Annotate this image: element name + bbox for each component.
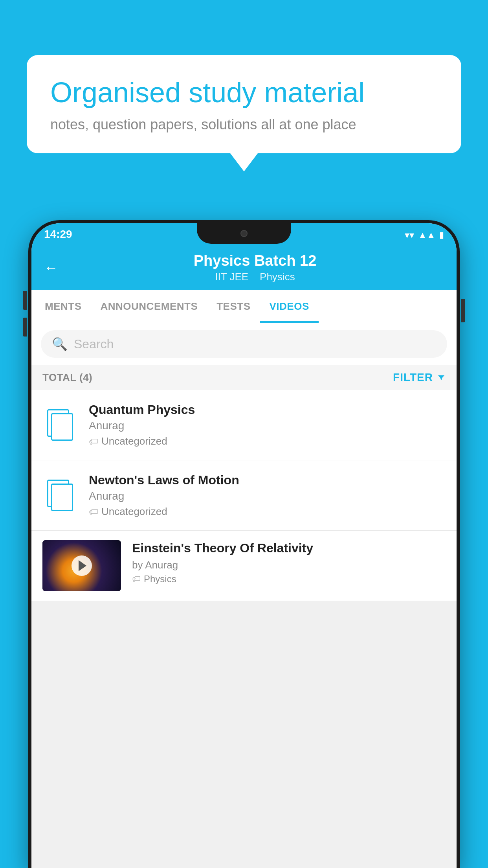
app-header: ← Physics Batch 12 IIT JEE Physics [31, 244, 457, 290]
item-tag: 🏷 Uncategorized [89, 435, 446, 447]
list-item[interactable]: Newton's Laws of Motion Anurag 🏷 Uncateg… [31, 460, 457, 531]
tag-text: Physics [144, 574, 176, 585]
search-icon: 🔍 [52, 337, 68, 351]
tag-icon: 🏷 [89, 436, 98, 447]
tabs-bar: MENTS ANNOUNCEMENTS TESTS VIDEOS [31, 290, 457, 323]
headline: Organised study material [50, 75, 438, 109]
power-button [461, 299, 465, 322]
doc-icon [47, 480, 73, 511]
tag-text: Uncategorized [101, 506, 167, 518]
back-button[interactable]: ← [44, 259, 58, 276]
tag-icon: 🏷 [89, 506, 98, 517]
speech-bubble: Organised study material notes, question… [27, 55, 461, 153]
speech-bubble-container: Organised study material notes, question… [27, 55, 461, 153]
list-item[interactable]: Quantum Physics Anurag 🏷 Uncategorized [31, 390, 457, 460]
item-icon-newton [42, 478, 78, 513]
item-info-quantum: Quantum Physics Anurag 🏷 Uncategorized [89, 403, 446, 447]
phone-frame: 14:29 ▾▾ ▲▲ ▮ ← Physics Batch 12 IIT JEE… [28, 220, 460, 868]
play-button[interactable] [72, 555, 92, 576]
wifi-icon: ▾▾ [405, 230, 414, 241]
volume-down-button [23, 318, 27, 337]
item-title: Newton's Laws of Motion [89, 473, 446, 487]
battery-icon: ▮ [439, 230, 444, 240]
batch-title: Physics Batch 12 [66, 252, 444, 269]
total-count: TOTAL (4) [42, 371, 92, 384]
filter-icon [437, 373, 446, 382]
item-icon-quantum [42, 407, 78, 443]
search-bar: 🔍 Search [31, 323, 457, 365]
phone-screen: 14:29 ▾▾ ▲▲ ▮ ← Physics Batch 12 IIT JEE… [31, 223, 457, 868]
tab-announcements[interactable]: ANNOUNCEMENTS [91, 290, 207, 323]
item-info-einstein: Einstein's Theory Of Relativity by Anura… [132, 540, 446, 585]
search-placeholder: Search [74, 337, 114, 351]
search-input-wrap[interactable]: 🔍 Search [41, 330, 447, 358]
filter-bar: TOTAL (4) FILTER [31, 365, 457, 390]
doc-page-front [51, 413, 73, 441]
front-camera [240, 230, 248, 237]
item-thumbnail [42, 540, 121, 591]
status-icons: ▾▾ ▲▲ ▮ [405, 230, 444, 241]
play-triangle-icon [79, 560, 86, 571]
content-list: Quantum Physics Anurag 🏷 Uncategorized [31, 390, 457, 601]
item-title: Einstein's Theory Of Relativity [132, 540, 446, 557]
filter-button[interactable]: FILTER [393, 371, 446, 384]
phone-notch [197, 223, 291, 244]
tag-icon: 🏷 [132, 574, 141, 584]
item-author: Anurag [89, 490, 446, 502]
tab-videos[interactable]: VIDEOS [260, 290, 319, 323]
thumb-background [42, 540, 121, 591]
subject-tag2: Physics [260, 271, 295, 283]
tab-tests[interactable]: TESTS [207, 290, 260, 323]
list-item-einstein[interactable]: Einstein's Theory Of Relativity by Anura… [31, 531, 457, 601]
item-tag: 🏷 Physics [132, 574, 446, 585]
volume-up-button [23, 291, 27, 310]
doc-page-front [51, 484, 73, 511]
tab-ments[interactable]: MENTS [35, 290, 91, 323]
item-info-newton: Newton's Laws of Motion Anurag 🏷 Uncateg… [89, 473, 446, 518]
subject-tag1: IIT JEE [215, 271, 248, 283]
batch-subtitle: IIT JEE Physics [66, 271, 444, 283]
item-tag: 🏷 Uncategorized [89, 506, 446, 518]
item-author: by Anurag [132, 559, 446, 571]
filter-label: FILTER [393, 371, 433, 384]
tag-text: Uncategorized [101, 435, 167, 447]
item-title: Quantum Physics [89, 403, 446, 417]
doc-icon [47, 409, 73, 441]
signal-icon: ▲▲ [418, 230, 435, 240]
item-author: Anurag [89, 419, 446, 432]
header-title-area: Physics Batch 12 IIT JEE Physics [66, 252, 444, 283]
subtext: notes, question papers, solutions all at… [50, 116, 438, 133]
status-time: 14:29 [44, 228, 72, 241]
